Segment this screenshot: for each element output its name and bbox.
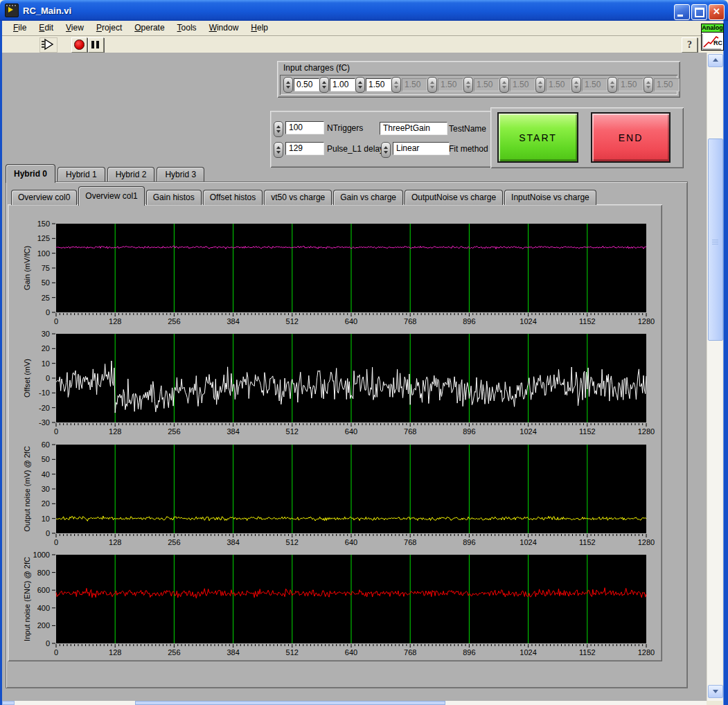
front-panel: Input charges (fC) 0.501.001.501.501.501… [2, 53, 707, 701]
input-charge-spinner-4 [427, 77, 437, 93]
menu-item-window[interactable]: Window [203, 21, 245, 35]
menu-item-tools[interactable]: Tools [171, 21, 203, 35]
input-charge-field-10: 1.50 [654, 78, 680, 91]
input-charge-spinner-8 [571, 77, 581, 93]
tab-hybrid-1[interactable]: Hybrid 1 [57, 167, 105, 182]
close-button[interactable]: ✕ [709, 4, 725, 20]
input-charge-7: 1.50 [535, 77, 571, 93]
pause-button[interactable] [88, 37, 104, 53]
menu-item-project[interactable]: Project [90, 21, 128, 35]
scroll-left-button[interactable] [2, 701, 15, 705]
menu-item-view[interactable]: View [60, 21, 90, 35]
window-title: RC_Main.vi [23, 6, 71, 16]
tab-gain-histos[interactable]: Gain histos [146, 190, 202, 205]
toolbar [2, 37, 723, 53]
svg-text:200: 200 [37, 621, 50, 630]
horizontal-scrollbar[interactable] [2, 701, 707, 705]
arrow-down-icon [713, 690, 718, 693]
menu-item-file[interactable]: File [7, 21, 33, 35]
pulse-delay-spinner[interactable] [274, 142, 283, 158]
tab-inputnoise-vs-charge[interactable]: InputNoise vs charge [504, 190, 596, 205]
input-charge-10: 1.50 [643, 77, 680, 93]
hybrid0-tab-page: Overview col0Overview col1Gain histosOff… [6, 181, 688, 688]
tab-hybrid-2[interactable]: Hybrid 2 [107, 167, 155, 182]
input-charge-spinner-0[interactable] [283, 77, 293, 93]
input-charge-field-1[interactable]: 1.00 [330, 78, 355, 91]
tab-hybrid-0[interactable]: Hybrid 0 [6, 164, 55, 183]
svg-text:768: 768 [404, 427, 416, 435]
tab-outputnoise-vs-charge[interactable]: OutputNoise vs charge [405, 190, 503, 205]
svg-text:50: 50 [42, 455, 50, 463]
menu-item-operate[interactable]: Operate [128, 21, 170, 35]
chart-gain-mv-fc: 0128256384512640768896102411521280025507… [21, 214, 655, 325]
menu-item-edit[interactable]: Edit [33, 21, 60, 35]
svg-text:10: 10 [42, 515, 50, 523]
vi-icon-analog-label: Analog [702, 24, 723, 33]
testname-field[interactable]: ThreePtGain [380, 122, 447, 135]
input-charge-spinner-3 [391, 77, 401, 93]
minimize-button[interactable] [674, 4, 690, 20]
svg-text:0: 0 [46, 529, 50, 537]
svg-text:0: 0 [46, 308, 50, 316]
end-button[interactable]: END [591, 112, 671, 163]
input-charges-array: 0.501.001.501.501.501.501.501.501.501.50… [280, 75, 677, 95]
maximize-button[interactable] [691, 4, 707, 20]
svg-text:1280: 1280 [638, 648, 655, 656]
svg-text:30: 30 [42, 485, 50, 493]
run-button[interactable] [39, 37, 57, 53]
input-charge-spinner-1[interactable] [319, 77, 329, 93]
input-charge-spinner-2[interactable] [355, 77, 365, 93]
svg-text:Gain (mV/fC): Gain (mV/fC) [23, 246, 31, 290]
labview-window: RC_Main.vi ✕ FileEditViewProjectOperateT… [0, 0, 728, 705]
svg-text:800: 800 [37, 569, 50, 577]
scroll-down-button[interactable] [708, 685, 723, 698]
start-button[interactable]: START [497, 112, 578, 163]
title-bar[interactable]: RC_Main.vi ✕ [0, 0, 728, 21]
chart-input-noise-enc-2fc: 0128256384512640768896102411521280020040… [21, 545, 655, 656]
input-charge-9: 1.50 [607, 77, 643, 93]
svg-text:512: 512 [286, 648, 299, 656]
tab-overview-col0[interactable]: Overview col0 [11, 190, 77, 205]
input-charge-field-0[interactable]: 0.50 [294, 78, 319, 91]
input-charge-spinner-7 [535, 77, 545, 93]
pulse-delay-field[interactable]: 129 [285, 142, 324, 155]
input-charge-4: 1.50 [427, 77, 463, 93]
fit-method-spinner[interactable] [381, 142, 391, 158]
svg-text:1000: 1000 [33, 551, 50, 559]
input-charge-field-9: 1.50 [618, 78, 643, 91]
input-charge-3: 1.50 [391, 77, 427, 93]
tab-hybrid-3[interactable]: Hybrid 3 [157, 167, 204, 182]
maximize-icon [695, 8, 704, 17]
vi-connector-icon[interactable]: Analog RC [701, 24, 724, 51]
svg-text:0: 0 [54, 427, 58, 435]
ntriggers-spinner[interactable] [274, 121, 283, 137]
input-charge-field-2[interactable]: 1.50 [366, 78, 391, 91]
svg-text:150: 150 [37, 220, 50, 228]
input-charge-0: 0.50 [283, 77, 319, 93]
svg-text:20: 20 [42, 499, 50, 508]
tab-gain-vs-charge[interactable]: Gain vs charge [333, 190, 403, 205]
svg-text:640: 640 [345, 648, 357, 656]
svg-text:896: 896 [463, 648, 475, 656]
fit-method-field[interactable]: Linear [393, 142, 450, 155]
ntriggers-label: NTriggers [327, 123, 363, 133]
settings-panel: 100 NTriggers ThreePtGain TestName 129 P… [270, 111, 493, 168]
input-charge-field-4: 1.50 [438, 78, 463, 91]
vertical-scrollbar[interactable] [707, 53, 722, 701]
horizontal-scrollbar-thumb[interactable] [135, 701, 445, 705]
ntriggers-field[interactable]: 100 [285, 121, 324, 134]
svg-text:256: 256 [168, 427, 180, 435]
abort-button[interactable] [71, 37, 87, 53]
tab-vt50-vs-charge[interactable]: vt50 vs charge [264, 190, 332, 205]
help-button[interactable]: ? [682, 37, 698, 53]
overview-col1-page: 0128256384512640768896102411521280025507… [8, 204, 662, 661]
svg-text:25: 25 [42, 294, 50, 302]
vertical-scrollbar-thumb[interactable] [708, 139, 723, 341]
menu-item-help[interactable]: Help [245, 21, 274, 35]
tab-overview-col1[interactable]: Overview col1 [78, 186, 144, 206]
svg-text:384: 384 [227, 427, 239, 435]
labview-vi-icon [5, 3, 19, 17]
tab-offset-histos[interactable]: Offset histos [203, 190, 263, 205]
scroll-up-button[interactable] [708, 54, 723, 67]
svg-text:128: 128 [109, 427, 121, 435]
